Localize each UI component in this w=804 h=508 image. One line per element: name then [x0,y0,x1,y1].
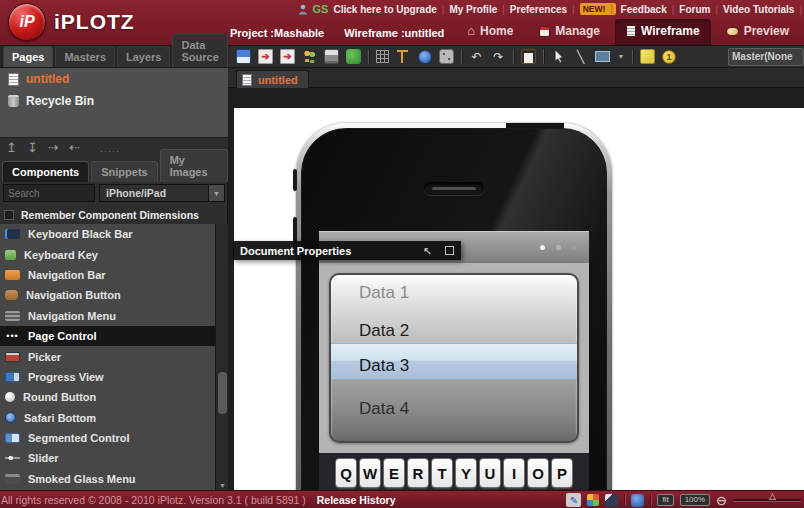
rectangle-tool-icon[interactable] [595,51,610,62]
page-item-recycle-bin[interactable]: Recycle Bin [0,90,228,112]
tab-manage[interactable]: Manage [528,19,611,45]
notes-count-badge[interactable]: 1 [662,50,676,64]
note-icon[interactable] [640,49,655,64]
component-label: Slider [28,452,59,464]
iphone-mockup[interactable]: Data 1 Data 2 Data 3 Data 4 Q W E [296,123,612,490]
component-item[interactable]: Progress View [0,367,215,387]
zoom-fit-button[interactable]: fit [657,494,673,506]
tab-snippets[interactable]: Snippets [91,161,157,182]
restore-window-icon[interactable] [445,246,454,255]
key-e[interactable]: E [383,458,405,488]
key-p[interactable]: P [551,458,573,488]
paste-icon[interactable] [521,49,536,64]
plugin-icon[interactable] [346,49,361,64]
cursor-tool-icon[interactable] [551,49,566,64]
chevron-down-icon[interactable]: ▼ [208,185,224,201]
component-item[interactable]: Segmented Control [0,428,215,448]
snapshot-icon[interactable] [439,49,454,64]
key-o[interactable]: O [527,458,549,488]
zoom-100-button[interactable]: 100% [680,494,710,506]
user-initials[interactable]: GS [313,3,329,15]
component-scrollbar[interactable]: ▼ [215,224,228,490]
key-u[interactable]: U [479,458,501,488]
component-item[interactable]: Keyboard Black Bar [0,224,215,244]
key-w[interactable]: W [359,458,381,488]
panel-resize-grip[interactable]: ····· [100,146,120,156]
page-control-component[interactable] [540,245,577,250]
upgrade-link[interactable]: Click here to Upgrade [333,4,444,15]
document-properties-panel[interactable]: Document Properties ↖ [233,241,461,260]
tab-layers[interactable]: Layers [117,46,170,67]
master-select[interactable]: Master(None [728,48,804,66]
tab-components[interactable]: Components [2,161,89,182]
picker-component[interactable]: Data 1 Data 2 Data 3 Data 4 [329,273,579,443]
component-item[interactable]: Smoked Glass Menu [0,469,215,489]
blue-app-icon[interactable] [631,494,644,507]
component-item[interactable]: Navigation Bar [0,265,215,285]
print-icon[interactable] [324,49,339,64]
component-item[interactable]: Safari Bottom [0,408,215,428]
redo-icon[interactable]: ↷ [491,49,506,64]
users-icon[interactable] [302,49,317,64]
import-icon[interactable]: ➔ [280,49,295,64]
keyboard-component[interactable]: Q W E R T Y U I O P [319,453,589,490]
line-tool-icon[interactable]: ╲ [573,49,588,64]
component-item[interactable]: Keyboard Key [0,244,215,264]
iplotz-logo[interactable]: iP iPLOTZ [8,3,135,41]
page-item-untitled[interactable]: untitled [0,68,228,90]
zoom-slider[interactable]: △ [733,499,801,502]
tab-pages[interactable]: Pages [3,46,53,67]
component-item-selected[interactable]: •••Page Control [0,326,215,346]
remember-dimensions-checkbox[interactable] [4,210,14,220]
pencil-icon[interactable]: ✎ [566,493,581,507]
preferences-link[interactable]: Preferences [510,4,575,15]
component-item[interactable]: Navigation Menu [0,306,215,326]
indent-page-icon[interactable]: ⇢ [48,141,59,155]
wireframe-page[interactable]: Data 1 Data 2 Data 3 Data 4 Q W E [234,108,804,490]
tab-data-source[interactable]: Data Source [172,34,227,67]
key-i[interactable]: I [503,458,525,488]
save-icon[interactable] [236,49,251,64]
zoom-slider-handle[interactable]: △ [769,491,776,501]
outdent-page-icon[interactable]: ⇠ [69,141,80,155]
scrollbar-thumb[interactable] [218,372,227,414]
app-export-icon[interactable] [605,494,618,507]
picker-item[interactable]: Data 2 [359,321,409,341]
tab-preview[interactable]: Preview [715,19,800,45]
feedback-link[interactable]: Feedback [621,4,675,15]
tab-wireframe[interactable]: Wireframe [615,19,711,45]
tab-home[interactable]: ⌂ Home [456,19,524,45]
windows-icon[interactable] [587,494,599,506]
clock-icon[interactable] [418,50,432,64]
component-item[interactable]: Picker [0,346,215,366]
export-icon[interactable]: ➔ [258,49,273,64]
forum-link[interactable]: Forum [679,4,718,15]
video-tutorials-link[interactable]: Video Tutorials [723,4,802,15]
release-history-link[interactable]: Release History [317,494,396,506]
key-q[interactable]: Q [335,458,357,488]
key-y[interactable]: Y [455,458,477,488]
component-item[interactable]: Slider [0,448,215,468]
category-select[interactable]: iPhone/iPad ▼ [99,184,225,202]
tab-masters[interactable]: Masters [55,46,115,67]
component-item[interactable]: Round Button [0,387,215,407]
guides-icon[interactable] [396,49,411,64]
search-input[interactable] [3,184,95,202]
key-r[interactable]: R [407,458,429,488]
picker-selection-band[interactable]: Data 3 [331,343,577,380]
component-item[interactable]: Navigation Button [0,285,215,305]
key-t[interactable]: T [431,458,453,488]
move-page-down-icon[interactable]: ↧ [27,141,38,155]
move-page-up-icon[interactable]: ↥ [6,141,17,155]
pointer-icon[interactable]: ↖ [423,246,432,256]
my-profile-link[interactable]: My Profile [449,4,504,15]
zoom-out-icon[interactable]: ⊖ [716,494,727,507]
tab-my-images[interactable]: My Images [160,149,228,182]
picker-item[interactable]: Data 1 [359,283,409,303]
tool-dropdown-caret[interactable]: ▼ [617,49,625,64]
grid-icon[interactable] [376,50,389,63]
picker-item-selected[interactable]: Data 3 [331,344,577,376]
undo-icon[interactable]: ↶ [469,49,484,64]
canvas-tab-untitled[interactable]: untitled [236,70,309,88]
picker-item[interactable]: Data 4 [359,399,409,419]
